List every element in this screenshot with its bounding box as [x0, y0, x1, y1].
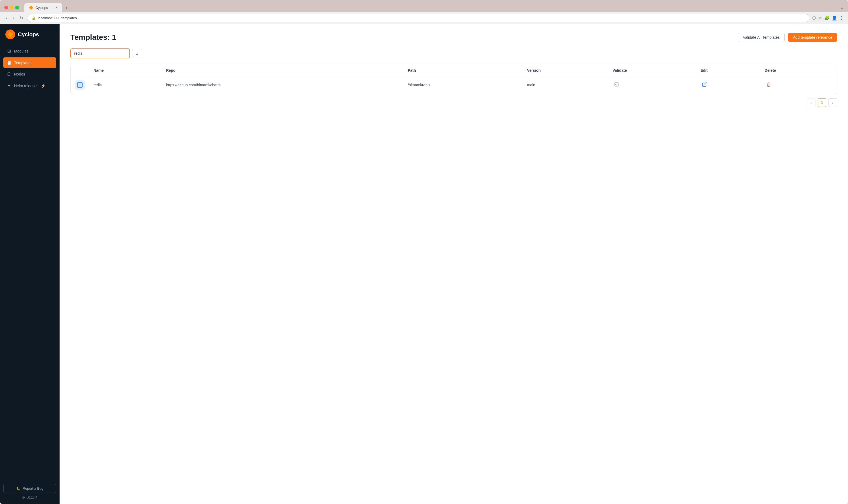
sidebar: 🔶 Cyclops ⊞ Modules 📋 Templates 🗒 Nodes … [0, 24, 59, 504]
validate-button[interactable] [612, 81, 620, 89]
sidebar-item-nodes[interactable]: 🗒 Nodes [3, 69, 56, 79]
col-version: Version [523, 65, 608, 76]
tab-close-icon[interactable]: ✕ [55, 6, 58, 10]
report-bug-button[interactable]: 🐛 Report a Bug [3, 484, 56, 493]
sidebar-item-helm-releases-label: Helm releases [14, 84, 38, 88]
logo-icon: 🔶 [5, 30, 15, 39]
active-tab[interactable]: 🔶 Cyclops ✕ [24, 3, 62, 12]
svg-rect-2 [78, 85, 80, 85]
address-text: localhost:3000/templates [38, 16, 77, 20]
table-header-row: Name Repo Path Version Validate Edit Del… [71, 65, 837, 76]
search-input[interactable] [70, 49, 130, 58]
table-row: redis https://github.com/bitnami/charts … [71, 76, 837, 94]
col-delete: Delete [760, 65, 837, 76]
back-button[interactable]: ‹ [4, 15, 9, 22]
browser-window: 🔶 Cyclops ✕ + ⌄ ‹ › ↻ 🔒 localhost:3000/t… [0, 0, 848, 504]
delete-icon [766, 82, 771, 87]
prev-page-button[interactable]: ‹ [807, 98, 815, 107]
delete-button[interactable] [764, 81, 773, 89]
pagination: ‹ 1 › [70, 94, 837, 111]
col-edit: Edit [696, 65, 760, 76]
browser-tabs: 🔶 Cyclops ✕ + [24, 3, 70, 12]
sidebar-item-modules[interactable]: ⊞ Modules [3, 46, 56, 56]
more-icon[interactable]: ⋮ [839, 15, 844, 21]
templates-table: Name Repo Path Version Validate Edit Del… [71, 65, 837, 94]
svg-rect-1 [78, 84, 82, 84]
browser-titlebar: 🔶 Cyclops ✕ + ⌄ [0, 0, 848, 12]
helm-releases-badge: ⚡ [41, 84, 46, 88]
bookmark-icon[interactable]: ☆ [818, 15, 822, 21]
lock-icon: 🔒 [32, 16, 36, 20]
edit-icon [702, 82, 707, 87]
col-name: Name [89, 65, 162, 76]
add-template-button[interactable]: Add template reference [788, 33, 837, 42]
templates-table-container: Name Repo Path Version Validate Edit Del… [70, 65, 837, 94]
logo-text: Cyclops [18, 31, 39, 38]
search-bar: ⊿ [70, 49, 837, 58]
header-actions: Validate All Templates Add template refe… [738, 33, 837, 42]
address-bar[interactable]: 🔒 localhost:3000/templates [27, 14, 810, 22]
col-validate: Validate [608, 65, 696, 76]
helm-releases-icon: ✦ [6, 83, 11, 88]
row-icon-cell [71, 76, 89, 94]
minimize-dot[interactable] [10, 6, 14, 10]
row-path: /bitnami/redis [403, 76, 523, 94]
cast-icon[interactable]: ⬡ [812, 15, 816, 21]
sidebar-nav: ⊞ Modules 📋 Templates 🗒 Nodes ✦ Helm rel… [0, 46, 59, 480]
nodes-icon: 🗒 [6, 72, 11, 77]
toolbar-actions: ⬡ ☆ 🧩 👤 ⋮ [812, 15, 844, 21]
app-layout: 🔶 Cyclops ⊞ Modules 📋 Templates 🗒 Nodes … [0, 24, 848, 504]
col-path: Path [403, 65, 523, 76]
sidebar-logo: 🔶 Cyclops [0, 24, 59, 46]
new-tab-button[interactable]: + [63, 4, 70, 12]
profile-icon[interactable]: 👤 [832, 15, 837, 21]
version-info: ⊙ v0.15.4 [3, 496, 56, 499]
report-bug-label: Report a Bug [23, 486, 43, 490]
tab-favicon-icon: 🔶 [29, 5, 33, 10]
row-delete-action [760, 76, 837, 94]
main-content: Templates: 1 Validate All Templates Add … [59, 24, 848, 504]
sidebar-item-helm-releases[interactable]: ✦ Helm releases ⚡ [3, 80, 56, 91]
row-repo: https://github.com/bitnami/charts [162, 76, 403, 94]
template-icon [75, 80, 85, 90]
tab-title: Cyclops [35, 6, 48, 10]
modules-icon: ⊞ [6, 49, 11, 54]
page-title: Templates: 1 [70, 33, 116, 42]
col-repo: Repo [162, 65, 403, 76]
reload-button[interactable]: ↻ [18, 14, 25, 22]
svg-rect-3 [78, 86, 81, 86]
templates-icon: 📋 [6, 60, 11, 65]
sidebar-item-modules-label: Modules [14, 49, 29, 53]
maximize-dot[interactable] [15, 6, 19, 10]
validate-icon [614, 82, 619, 87]
row-validate-action [608, 76, 696, 94]
forward-button[interactable]: › [11, 15, 16, 22]
github-icon: ⊙ [22, 496, 25, 499]
sidebar-bottom: 🐛 Report a Bug ⊙ v0.15.4 [0, 480, 59, 504]
bug-icon: 🐛 [16, 486, 21, 490]
browser-menu-icon[interactable]: ⌄ [841, 5, 844, 10]
browser-toolbar: ‹ › ↻ 🔒 localhost:3000/templates ⬡ ☆ 🧩 👤… [0, 12, 848, 24]
page-1-button[interactable]: 1 [818, 98, 826, 107]
sidebar-item-nodes-label: Nodes [14, 72, 25, 76]
sidebar-item-templates[interactable]: 📋 Templates [3, 57, 56, 68]
edit-button[interactable] [700, 81, 708, 89]
validate-all-button[interactable]: Validate All Templates [738, 33, 785, 42]
close-dot[interactable] [4, 6, 8, 10]
sidebar-item-templates-label: Templates [14, 61, 31, 65]
row-version: main [523, 76, 608, 94]
col-icon [71, 65, 89, 76]
template-svg-icon [77, 82, 83, 88]
version-text: v0.15.4 [26, 496, 37, 499]
row-name: redis [89, 76, 162, 94]
filter-button[interactable]: ⊿ [132, 49, 142, 58]
window-controls [4, 6, 19, 10]
next-page-button[interactable]: › [829, 98, 837, 107]
main-header: Templates: 1 Validate All Templates Add … [70, 33, 837, 42]
row-edit-action [696, 76, 760, 94]
extensions-icon[interactable]: 🧩 [824, 15, 830, 21]
filter-icon: ⊿ [136, 51, 139, 55]
svg-rect-4 [615, 83, 619, 86]
